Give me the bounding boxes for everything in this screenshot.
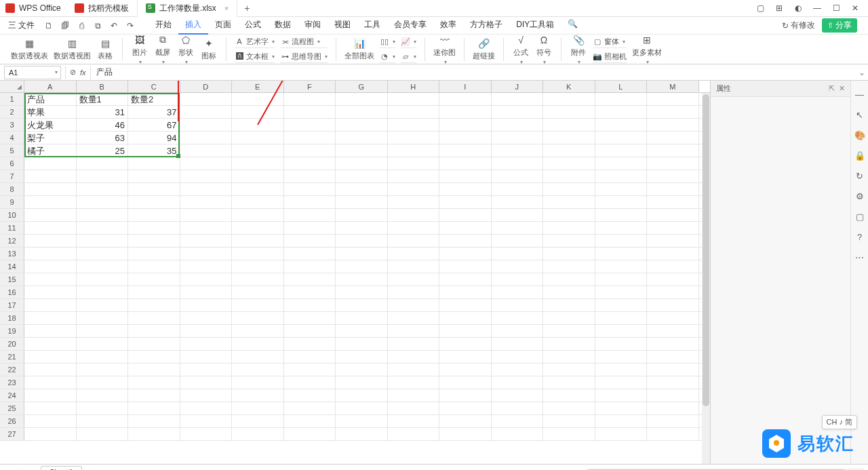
cell[interactable] [595, 209, 648, 221]
cell[interactable] [647, 260, 699, 273]
cell[interactable] [232, 93, 284, 105]
row-header[interactable]: 27 [0, 428, 24, 440]
cell[interactable] [180, 196, 233, 208]
cell[interactable] [388, 286, 440, 298]
cell[interactable] [232, 273, 284, 286]
cell[interactable] [492, 106, 544, 118]
all-charts-button[interactable]: 📊全部图表 [344, 37, 374, 61]
more-rail-icon[interactable]: ⋯ [854, 252, 865, 262]
cell[interactable] [232, 428, 284, 440]
cell[interactable] [128, 209, 180, 221]
cell[interactable] [336, 222, 388, 234]
cell[interactable] [232, 106, 284, 118]
select-all-corner[interactable]: ◢ [0, 81, 24, 92]
redo-icon[interactable]: ↷ [125, 21, 135, 31]
cell[interactable] [439, 389, 492, 402]
menu-data[interactable]: 数据 [268, 16, 298, 35]
wordart-button[interactable]: A艺术字 [235, 35, 275, 48]
cell[interactable] [128, 364, 180, 376]
save-icon[interactable]: 🗋 [44, 21, 54, 31]
cell[interactable] [24, 299, 77, 311]
cell[interactable] [128, 157, 180, 170]
cell[interactable] [647, 248, 699, 260]
cell[interactable] [492, 209, 544, 221]
cell[interactable] [647, 196, 699, 208]
cell[interactable] [543, 389, 595, 402]
cell[interactable] [595, 299, 648, 311]
line-chart-alt-button[interactable]: 📈 [401, 35, 416, 48]
cell[interactable] [543, 415, 595, 427]
cell[interactable] [336, 364, 388, 376]
table-button[interactable]: ▤表格 [96, 37, 114, 61]
cell[interactable] [77, 338, 129, 350]
cell[interactable] [439, 260, 492, 273]
cell[interactable] [595, 132, 648, 144]
cell[interactable] [492, 312, 544, 324]
cell[interactable] [336, 389, 388, 402]
cell[interactable] [595, 248, 648, 260]
cell[interactable] [388, 222, 440, 234]
cell[interactable] [284, 325, 336, 337]
cell[interactable] [232, 376, 284, 389]
cell[interactable] [180, 157, 233, 170]
cell[interactable] [388, 196, 440, 208]
cell[interactable] [128, 183, 180, 195]
cell[interactable] [647, 351, 699, 363]
cell[interactable] [128, 248, 180, 260]
row-header[interactable]: 20 [0, 338, 24, 350]
style-icon[interactable]: 🎨 [854, 130, 865, 140]
cell[interactable] [647, 389, 699, 402]
col-header[interactable]: I [439, 81, 492, 92]
cell[interactable] [180, 338, 233, 350]
cell[interactable] [336, 428, 388, 440]
cell[interactable] [128, 260, 180, 273]
expand-formula-bar-icon[interactable]: ⌄ [856, 68, 868, 77]
cell[interactable] [180, 428, 233, 440]
cell[interactable] [595, 222, 648, 234]
row-header[interactable]: 24 [0, 389, 24, 402]
cell[interactable] [232, 389, 284, 402]
cell[interactable] [128, 402, 180, 414]
cell[interactable] [439, 376, 492, 389]
cell[interactable] [24, 325, 77, 337]
cell[interactable] [492, 273, 544, 286]
row-header[interactable]: 26 [0, 415, 24, 427]
save-as-icon[interactable]: 🗐 [60, 21, 70, 31]
cell[interactable] [180, 170, 233, 182]
cell[interactable] [543, 132, 595, 144]
row-header[interactable]: 15 [0, 273, 24, 286]
cell[interactable] [24, 428, 77, 440]
cell[interactable] [284, 428, 336, 440]
row-header[interactable]: 5 [0, 144, 24, 157]
pivot-chart-button[interactable]: ▥数据透视图 [54, 37, 91, 61]
cell[interactable] [492, 389, 544, 402]
cell[interactable] [543, 144, 595, 157]
cell[interactable] [336, 248, 388, 260]
cell[interactable] [439, 364, 492, 376]
more-assets-button[interactable]: ⊞更多素材 [632, 34, 662, 65]
screenshot-button[interactable]: ⧉截屏 [154, 34, 172, 65]
cell[interactable] [336, 402, 388, 414]
cell[interactable] [492, 299, 544, 311]
menu-insert[interactable]: 插入 [178, 16, 208, 35]
cell[interactable] [128, 273, 180, 286]
cell[interactable] [180, 351, 233, 363]
cell[interactable] [388, 119, 440, 131]
cell[interactable] [388, 376, 440, 389]
cell[interactable] [232, 183, 284, 195]
cell[interactable] [543, 273, 595, 286]
cell[interactable] [439, 286, 492, 298]
cell[interactable] [232, 248, 284, 260]
cell[interactable] [232, 260, 284, 273]
cell[interactable] [24, 183, 77, 195]
bar-chart-button[interactable]: ▯▯ [380, 35, 395, 48]
cell[interactable] [647, 157, 699, 170]
cell[interactable] [647, 222, 699, 234]
cell[interactable] [336, 273, 388, 286]
cell[interactable] [388, 248, 440, 260]
col-header[interactable]: C [128, 81, 180, 92]
row-header[interactable]: 16 [0, 286, 24, 298]
cell[interactable] [128, 286, 180, 298]
cell[interactable] [439, 157, 492, 170]
cell[interactable] [336, 144, 388, 157]
